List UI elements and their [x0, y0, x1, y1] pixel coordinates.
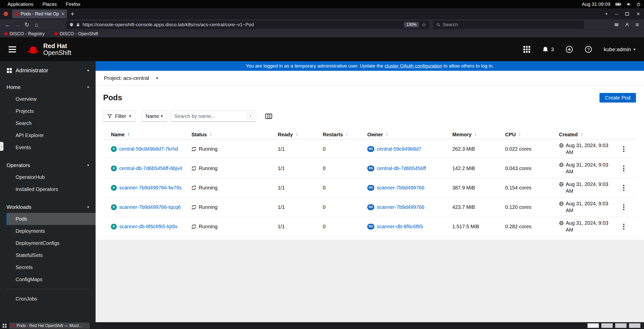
- pod-status-cell: Running: [191, 166, 278, 171]
- svg-text:?: ?: [587, 47, 590, 52]
- column-header-status[interactable]: Status ▲▼: [191, 132, 278, 138]
- url-bar[interactable]: https://console-openshift-console.apps.d…: [66, 21, 429, 29]
- sidebar-toggle-icon[interactable]: [9, 46, 16, 52]
- quick-create-icon[interactable]: [566, 46, 573, 53]
- column-header-owner[interactable]: Owner ▲▼: [367, 132, 452, 138]
- back-button[interactable]: ←: [3, 21, 13, 28]
- nav-section-operators[interactable]: Operators ▾: [0, 159, 96, 171]
- sidebar-item-installed-operators[interactable]: Installed Operators: [0, 183, 96, 195]
- sidebar-item-search[interactable]: Search: [0, 117, 96, 129]
- bookmark-disco-openshift[interactable]: DISCO - OpenShift: [55, 31, 98, 37]
- project-selector[interactable]: Project: acs-central: [104, 75, 149, 81]
- app-launcher-icon[interactable]: [523, 46, 531, 53]
- close-window-button[interactable]: ×: [636, 10, 640, 17]
- bookmark-disco-registry[interactable]: DISCO - Registry: [5, 31, 45, 37]
- shield-icon[interactable]: [69, 23, 73, 27]
- bookmark-star-icon[interactable]: ☆: [422, 22, 426, 28]
- drawer-handle[interactable]: ›: [0, 142, 4, 151]
- taskbar-window-button[interactable]: Pods - Red Hat OpenShift — Mozil...: [10, 323, 90, 328]
- home-button[interactable]: ⌂: [32, 21, 41, 28]
- search-attribute-dropdown[interactable]: Name ▾: [142, 111, 167, 122]
- kebab-menu-button[interactable]: [619, 203, 628, 212]
- pod-name-link[interactable]: scanner-7b9d499766-fw79s: [119, 185, 182, 191]
- sidebar-item-operatorhub[interactable]: OperatorHub: [0, 171, 96, 183]
- url-text[interactable]: https://console-openshift-console.apps.d…: [83, 22, 401, 27]
- help-icon[interactable]: ?: [585, 46, 592, 53]
- workspace-3[interactable]: [615, 323, 627, 328]
- taskbar-app-icon[interactable]: [3, 324, 7, 328]
- user-menu[interactable]: kube:admin ▾: [604, 46, 635, 52]
- power-icon[interactable]: [636, 2, 640, 6]
- pods-table: Name ↑ Status ▲▼ Ready ▲▼ Restarts: [103, 130, 636, 236]
- sidebar-item-statefulsets[interactable]: StatefulSets: [0, 249, 96, 261]
- browser-search-input[interactable]: [443, 22, 581, 27]
- filter-dropdown[interactable]: Filter ▾: [103, 111, 135, 122]
- browser-tab[interactable]: Pods - Red Hat OpenShift ×: [12, 10, 67, 18]
- browser-search-bar[interactable]: [433, 21, 584, 29]
- workspace-2[interactable]: [601, 323, 613, 328]
- column-header-ready[interactable]: Ready ▲▼: [278, 132, 323, 138]
- maximize-button[interactable]: [625, 12, 629, 16]
- kebab-menu-button[interactable]: [619, 183, 628, 192]
- pod-name-link[interactable]: central-59c849b8d7-7krhd: [119, 146, 178, 152]
- owner-link[interactable]: scanner-7b9d499766: [377, 185, 424, 191]
- hamburger-menu-icon[interactable]: ≡: [635, 21, 639, 28]
- new-tab-button[interactable]: +: [70, 10, 74, 18]
- kebab-menu-button[interactable]: [619, 145, 628, 153]
- pod-created-cell: Aug 31, 2024, 9:03 AM: [559, 220, 617, 233]
- firefox-menu[interactable]: Firefox: [66, 2, 80, 7]
- sidebar-item-configmaps[interactable]: ConfigMaps: [0, 273, 96, 285]
- owner-link[interactable]: scanner-7b9d499766: [377, 204, 424, 210]
- sidebar-item-deploymentconfigs[interactable]: DeploymentConfigs: [0, 237, 96, 249]
- tab-close-icon[interactable]: ×: [61, 11, 64, 17]
- workspace-4[interactable]: [629, 323, 640, 328]
- library-icon[interactable]: [614, 22, 619, 27]
- applications-menu[interactable]: Applications: [8, 2, 33, 7]
- sidebar-item-pods[interactable]: Pods: [7, 213, 96, 225]
- sidebar-item-secrets[interactable]: Secrets: [0, 261, 96, 273]
- places-menu[interactable]: Places: [42, 2, 57, 7]
- nav-section-home[interactable]: Home ▾: [0, 81, 96, 93]
- sidebar-item-overview[interactable]: Overview: [0, 93, 96, 105]
- zoom-level-button[interactable]: 130%: [404, 22, 419, 27]
- sidebar-item-events[interactable]: Events: [0, 141, 96, 153]
- notifications-button[interactable]: 3: [542, 46, 554, 53]
- pod-name-link[interactable]: scanner-7b9d499766-tqcq6: [119, 204, 181, 210]
- manage-columns-button[interactable]: [265, 113, 272, 119]
- account-icon[interactable]: [625, 22, 629, 27]
- reload-button[interactable]: ↻: [22, 21, 32, 28]
- minimize-button[interactable]: –: [615, 11, 618, 17]
- list-tabs-icon[interactable]: ▾: [606, 12, 608, 16]
- owner-link[interactable]: central-db-7d6b5456ff: [377, 166, 426, 171]
- nav-section-workloads[interactable]: Workloads ▾: [0, 201, 96, 213]
- column-header-name[interactable]: Name ↑: [103, 131, 191, 138]
- chevron-down-icon[interactable]: ▾: [156, 76, 158, 80]
- column-header-memory[interactable]: Memory ▲▼: [452, 132, 505, 138]
- sidebar-item-api-explorer[interactable]: API Explorer: [0, 129, 96, 141]
- sidebar-item-cronjobs[interactable]: CronJobs: [0, 293, 96, 305]
- column-header-cpu[interactable]: CPU ▲▼: [505, 132, 559, 138]
- forward-button[interactable]: →: [13, 21, 22, 28]
- lock-icon[interactable]: [76, 23, 80, 27]
- workspace-1[interactable]: [587, 323, 599, 328]
- system-clock[interactable]: Aug 31 09:09: [582, 2, 610, 7]
- pod-owner-cell: RS scanner-7b9d499766: [367, 185, 452, 191]
- battery-icon[interactable]: [615, 3, 621, 6]
- pod-name-link[interactable]: central-db-7d6b5456ff-6bjv4: [119, 166, 182, 171]
- owner-link[interactable]: scanner-db-8f6c6f65: [377, 224, 423, 229]
- column-header-restarts[interactable]: Restarts ▲▼: [323, 132, 367, 138]
- owner-link[interactable]: central-59c849b8d7: [377, 146, 421, 152]
- sidebar-item-deployments[interactable]: Deployments: [0, 225, 96, 237]
- kebab-menu-button[interactable]: [619, 222, 628, 231]
- create-pod-button[interactable]: Create Pod: [599, 93, 636, 103]
- created-timestamp: Aug 31, 2024, 9:03 AM: [566, 142, 612, 156]
- name-filter-input[interactable]: [174, 113, 246, 119]
- cluster-oauth-configuration-link[interactable]: cluster OAuth configuration: [385, 63, 442, 69]
- kebab-menu-button[interactable]: [619, 164, 628, 173]
- firefox-view-icon[interactable]: [4, 12, 8, 16]
- pod-name-link[interactable]: scanner-db-8f6c6f65-kjt9x: [119, 224, 177, 229]
- volume-icon[interactable]: [626, 2, 631, 6]
- column-header-created[interactable]: Created ▲▼: [559, 132, 617, 138]
- sidebar-item-projects[interactable]: Projects: [0, 105, 96, 117]
- perspective-switcher[interactable]: Administrator ▾: [0, 61, 96, 79]
